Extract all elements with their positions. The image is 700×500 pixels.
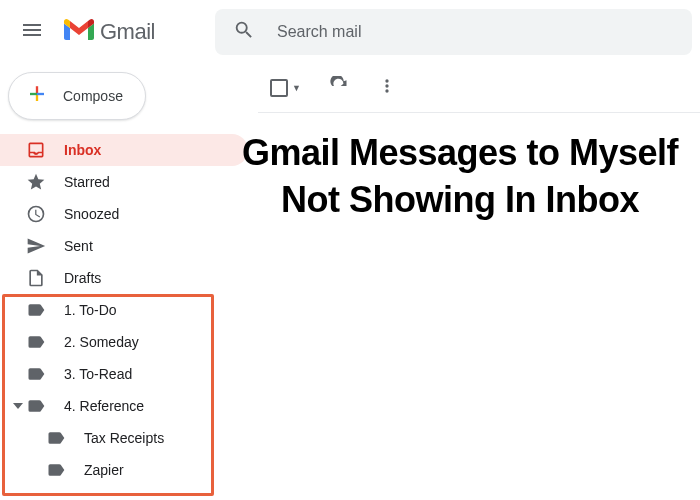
nav-label: 4. Reference — [64, 398, 144, 414]
brand-text: Gmail — [100, 19, 155, 45]
sidebar-item-starred[interactable]: Starred — [0, 166, 248, 198]
select-all-checkbox[interactable]: ▼ — [270, 79, 301, 97]
star-icon — [26, 172, 46, 192]
gmail-logo[interactable]: Gmail — [64, 18, 155, 46]
more-vert-icon — [377, 76, 397, 100]
sidebar-label-toread[interactable]: 3. To-Read — [0, 358, 248, 390]
plus-icon — [23, 80, 51, 112]
checkbox-icon — [270, 79, 288, 97]
label-icon — [26, 396, 46, 416]
sidebar-label-reference[interactable]: 4. Reference — [0, 390, 248, 422]
compose-button[interactable]: Compose — [8, 72, 146, 120]
inbox-icon — [26, 140, 46, 160]
nav-label: Sent — [64, 238, 93, 254]
sidebar-item-inbox[interactable]: Inbox — [0, 134, 248, 166]
refresh-icon — [329, 76, 349, 100]
sidebar-label-tax-receipts[interactable]: Tax Receipts — [0, 422, 248, 454]
hamburger-icon — [20, 18, 44, 46]
search-icon — [233, 19, 255, 45]
nav-label: Snoozed — [64, 206, 119, 222]
sidebar-label-todo[interactable]: 1. To-Do — [0, 294, 248, 326]
sidebar-item-drafts[interactable]: Drafts — [0, 262, 248, 294]
label-icon — [26, 364, 46, 384]
nav-label: Drafts — [64, 270, 101, 286]
sidebar-item-sent[interactable]: Sent — [0, 230, 248, 262]
nav-label: Starred — [64, 174, 110, 190]
label-icon — [26, 332, 46, 352]
main-menu-button[interactable] — [8, 8, 56, 56]
sidebar-label-someday[interactable]: 2. Someday — [0, 326, 248, 358]
sidebar-label-zapier[interactable]: Zapier — [0, 454, 248, 486]
nav-label: Inbox — [64, 142, 101, 158]
label-icon — [46, 428, 66, 448]
nav-label: Tax Receipts — [84, 430, 164, 446]
sidebar: Compose Inbox Starred Snoozed — [0, 64, 256, 500]
toolbar-divider — [258, 112, 700, 113]
refresh-button[interactable] — [329, 76, 349, 100]
label-icon — [26, 300, 46, 320]
gmail-m-icon — [64, 18, 94, 46]
search-placeholder: Search mail — [277, 23, 361, 41]
nav-label: Zapier — [84, 462, 124, 478]
nav-label: 2. Someday — [64, 334, 139, 350]
search-input[interactable]: Search mail — [215, 9, 692, 55]
clock-icon — [26, 204, 46, 224]
annotation-title-text: Gmail Messages to Myself Not Showing In … — [230, 130, 690, 224]
file-icon — [26, 268, 46, 288]
caret-down-icon[interactable] — [10, 401, 26, 411]
sidebar-item-snoozed[interactable]: Snoozed — [0, 198, 248, 230]
compose-label: Compose — [63, 88, 123, 104]
nav-label: 1. To-Do — [64, 302, 117, 318]
chevron-down-icon: ▼ — [292, 83, 301, 93]
nav-label: 3. To-Read — [64, 366, 132, 382]
more-button[interactable] — [377, 76, 397, 100]
send-icon — [26, 236, 46, 256]
label-icon — [46, 460, 66, 480]
